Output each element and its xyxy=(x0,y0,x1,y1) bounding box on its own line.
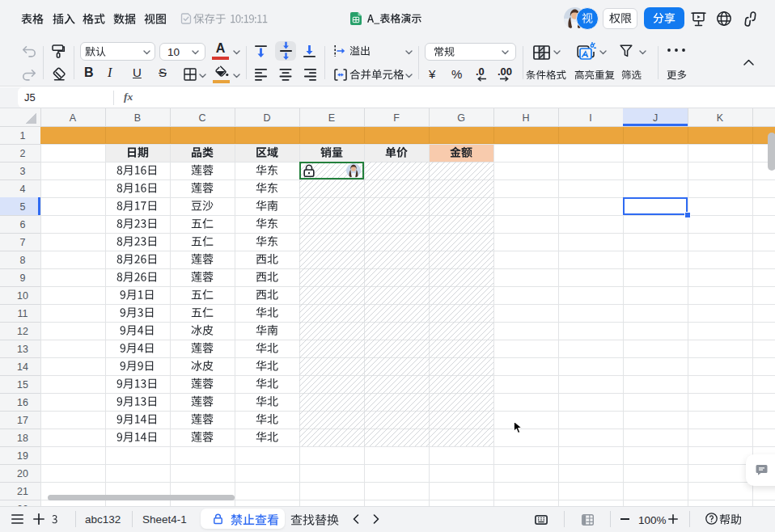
svg-text:4: 4 xyxy=(20,184,26,195)
svg-text:12: 12 xyxy=(17,326,28,337)
svg-text:10: 10 xyxy=(17,290,28,302)
svg-text:G: G xyxy=(457,112,465,124)
svg-text:2: 2 xyxy=(20,148,26,159)
svg-text:E: E xyxy=(328,112,335,124)
svg-text:14: 14 xyxy=(17,361,28,373)
svg-text:13: 13 xyxy=(17,344,28,355)
svg-text:7: 7 xyxy=(20,237,26,248)
svg-text:5: 5 xyxy=(20,201,26,213)
svg-text:20: 20 xyxy=(17,468,28,479)
svg-text:I: I xyxy=(589,112,591,124)
svg-text:1: 1 xyxy=(20,130,26,141)
svg-text:C: C xyxy=(198,112,205,124)
svg-text:19: 19 xyxy=(17,450,28,462)
svg-text:16: 16 xyxy=(17,397,28,408)
svg-text:15: 15 xyxy=(17,379,28,391)
svg-text:8: 8 xyxy=(20,255,26,266)
svg-text:21: 21 xyxy=(17,486,28,497)
svg-text:D: D xyxy=(263,112,270,124)
svg-text:11: 11 xyxy=(18,308,28,319)
svg-text:K: K xyxy=(717,112,724,124)
svg-text:18: 18 xyxy=(17,433,28,444)
svg-text:H: H xyxy=(522,112,529,124)
svg-text:B: B xyxy=(134,112,141,124)
svg-text:J: J xyxy=(653,112,658,124)
svg-text:3: 3 xyxy=(20,166,26,177)
svg-text:9: 9 xyxy=(20,272,26,284)
svg-text:6: 6 xyxy=(20,219,26,230)
svg-text:17: 17 xyxy=(17,415,28,426)
svg-text:A: A xyxy=(70,112,77,124)
svg-text:F: F xyxy=(393,112,400,124)
